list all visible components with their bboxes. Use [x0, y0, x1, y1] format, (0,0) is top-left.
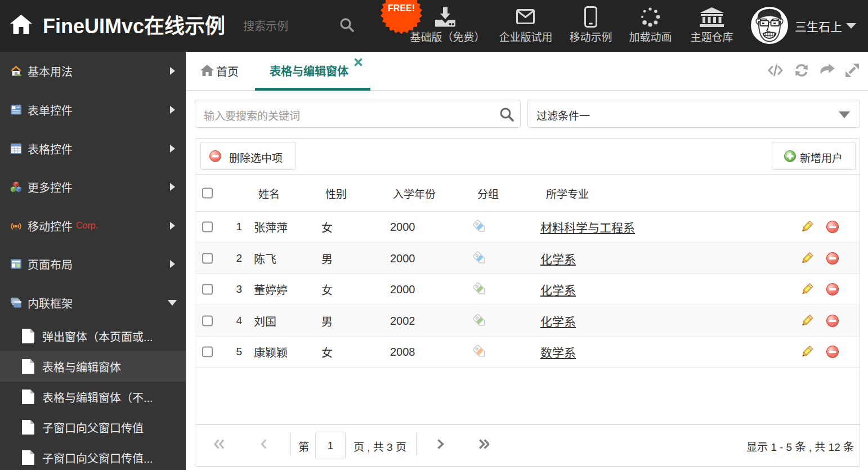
svg-text:FREE!: FREE!: [388, 3, 415, 13]
